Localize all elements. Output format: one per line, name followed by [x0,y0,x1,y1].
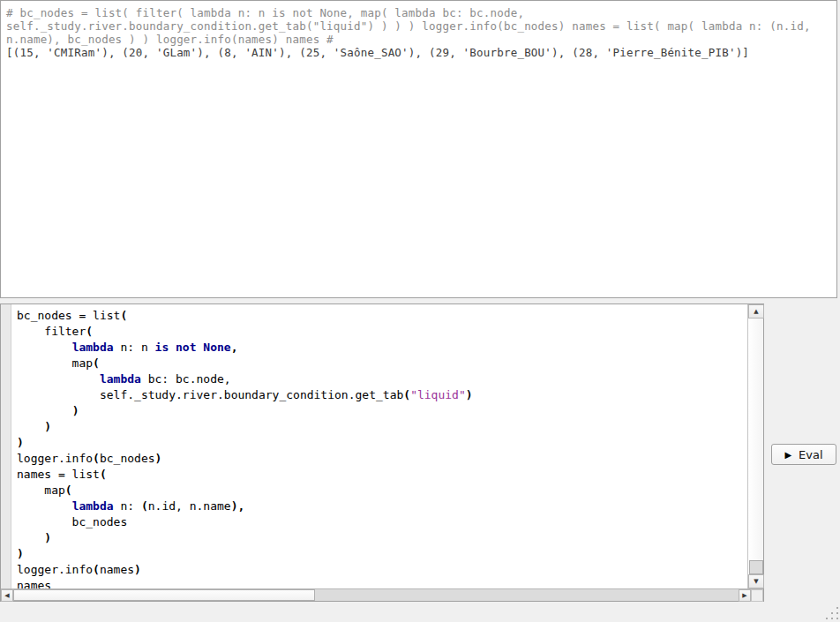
resize-grip[interactable] [836,618,838,619]
scrollbar-corner [751,589,763,602]
code-line: lambda n: (n.id, n.name), [17,498,747,514]
code-line: map( [17,483,747,498]
play-icon: ▶ [784,450,791,460]
history-command-line: self._study.river.boundary_condition.get… [6,19,831,33]
code-line: ) [17,530,747,546]
code-line: lambda n: n is not None, [17,340,747,356]
eval-button-label: Eval [799,448,823,461]
code-line: ) [17,403,747,419]
scroll-right-button[interactable]: ▶ [739,589,751,602]
horizontal-scrollbar[interactable]: ◀ ▶ [1,588,763,601]
code-editor: bc_nodes = list( filter( lambda n: n is … [0,304,764,602]
eval-button[interactable]: ▶ Eval [771,444,836,465]
code-line: ) [17,419,747,435]
code-line: logger.info(names) [17,562,747,578]
scroll-left-button[interactable]: ◀ [1,589,13,602]
arrow-up-icon: ▲ [754,309,758,315]
code-line: bc_nodes = list( [17,308,747,324]
vertical-scrollbar[interactable]: ▲ ▼ [747,304,763,588]
code-line: ) [17,435,747,451]
history-command-line: # bc_nodes = list( filter( lambda n: n i… [6,6,831,19]
history-output-pane[interactable]: # bc_nodes = list( filter( lambda n: n i… [0,0,837,298]
horizontal-scrollbar-thumb[interactable] [13,589,315,601]
code-line: bc_nodes [17,514,747,530]
scroll-up-button[interactable]: ▲ [748,304,764,318]
editor-gutter [1,304,11,588]
vertical-scrollbar-thumb[interactable] [749,560,763,574]
code-line: names [17,578,747,588]
code-input-area[interactable]: bc_nodes = list( filter( lambda n: n is … [12,304,747,588]
arrow-left-icon: ◀ [4,593,9,599]
code-line: ) [17,546,747,562]
history-command-line: n.name), bc_nodes ) ) logger.info(names)… [6,33,831,46]
code-line: map( [17,356,747,371]
history-result-line: [(15, 'CMIRam'), (20, 'GLam'), (8, 'AIN'… [6,46,831,59]
code-line: logger.info(bc_nodes) [17,451,747,467]
python-console-window: # bc_nodes = list( filter( lambda n: n i… [0,0,840,622]
code-line: filter( [17,324,747,340]
arrow-down-icon: ▼ [754,579,758,585]
code-line: lambda bc: bc.node, [17,371,747,387]
scroll-down-button[interactable]: ▼ [748,574,764,588]
arrow-right-icon: ▶ [742,593,746,599]
code-line: names = list( [17,467,747,483]
code-line: self._study.river.boundary_condition.get… [17,387,747,403]
